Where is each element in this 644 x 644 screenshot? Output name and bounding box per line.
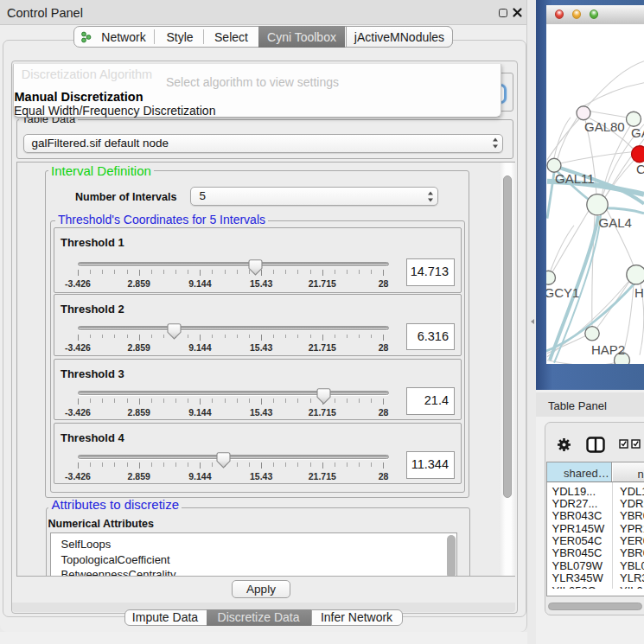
svg-text:GAL11: GAL11 <box>555 170 595 185</box>
svg-text:C: C <box>636 161 644 175</box>
svg-text:GAL80: GAL80 <box>584 118 625 133</box>
svg-text:GAL4: GAL4 <box>599 215 632 230</box>
svg-text:HAP2: HAP2 <box>591 341 625 356</box>
svg-text:GCY1: GCY1 <box>546 284 579 299</box>
svg-text:H: H <box>634 284 644 299</box>
svg-text:GA: GA <box>631 124 644 139</box>
